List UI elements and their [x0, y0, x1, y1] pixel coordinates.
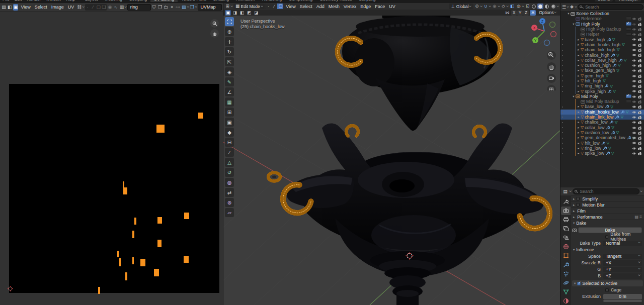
uv-island[interactable] [184, 213, 189, 219]
outliner-row-gem_high[interactable]: ▸▽gem_high▽ [560, 73, 644, 78]
face-select-icon[interactable]: ▢ [277, 4, 283, 9]
exclude-checkbox[interactable] [626, 22, 631, 27]
particles-properties-tab[interactable] [561, 269, 571, 278]
exclude-checkbox[interactable] [626, 99, 631, 104]
select-subtract-icon[interactable]: ◧ [239, 10, 245, 16]
hide-in-viewport-icon[interactable] [631, 17, 637, 21]
uv-zoom-button[interactable] [210, 19, 219, 28]
outliner-row-chain_hooks_low[interactable]: ▸▽chain_hooks_low▽ [560, 110, 644, 115]
hide-in-viewport-icon[interactable] [631, 136, 637, 140]
outliner-row-fake_gem_high[interactable]: ▸▽fake_gem_high▽ [560, 68, 644, 73]
workspace-tab-layout[interactable]: Layout [82, 0, 102, 2]
disable-in-renders-icon[interactable] [637, 151, 642, 156]
selected-to-active-header[interactable]: ▾ Selected to Active [572, 280, 643, 286]
viewport-menu-face[interactable]: Face [373, 4, 387, 10]
uv-select-vertex-icon[interactable]: · [85, 4, 91, 11]
uv-menu-uv[interactable]: UV [66, 4, 76, 10]
move-tool-button[interactable]: ✛ [225, 37, 234, 46]
display-channels-icon[interactable]: ▨ [181, 4, 187, 11]
workspace-tab-shading[interactable]: Shading [210, 0, 232, 2]
properties-options-icon[interactable]: ˅ [640, 190, 643, 193]
transform-tool-button[interactable]: ◈ [225, 67, 234, 76]
uv-island[interactable] [154, 269, 159, 276]
extrusion-slider[interactable]: 0 m [603, 294, 642, 299]
viewport-canvas[interactable] [223, 3, 560, 305]
select-box-tool-button[interactable] [225, 17, 234, 26]
proportional-editing-icon[interactable]: ◉ [492, 4, 498, 9]
workspace-tab-texture-paint[interactable]: Texture Paint [178, 0, 210, 2]
uv-menu-select[interactable]: Select [33, 4, 49, 10]
rotate-tool-button[interactable]: ↻ [225, 47, 234, 56]
select-invert-icon[interactable]: ◩ [246, 10, 252, 16]
hide-in-viewport-icon[interactable] [631, 141, 637, 145]
uv-island[interactable] [123, 187, 127, 194]
expand-toggle-icon[interactable]: ▸ [577, 63, 581, 67]
disable-in-renders-icon[interactable] [637, 94, 642, 99]
hide-in-viewport-icon[interactable] [631, 110, 637, 115]
overlays-icon[interactable]: ◎ [516, 4, 522, 9]
hide-in-viewport-icon[interactable] [631, 115, 637, 120]
spin-tool-button[interactable]: ↺ [225, 168, 234, 177]
disable-in-renders-icon[interactable] [637, 68, 642, 73]
knife-tool-button[interactable]: ∕ [225, 148, 234, 157]
uv-island[interactable] [117, 251, 119, 257]
hide-in-viewport-icon[interactable] [631, 68, 637, 73]
outliner-row-hilt_low[interactable]: ▸▽hilt_low▽ [560, 140, 644, 145]
hide-in-viewport-icon[interactable] [631, 94, 637, 99]
hide-in-viewport-icon[interactable] [631, 74, 637, 78]
uv-island[interactable] [119, 258, 121, 266]
shading-material-button[interactable] [544, 4, 550, 9]
uv-menu-image[interactable]: Image [49, 4, 66, 10]
swizzle-r-dropdown[interactable]: +X [603, 260, 642, 266]
uv-island[interactable] [156, 125, 165, 133]
max-ray-distance-slider[interactable] [603, 300, 642, 302]
outliner-row-mid-poly[interactable]: ▾Mid Poly [560, 94, 644, 99]
outliner-row-collar_new_high[interactable]: ▸▽collar_new_high▽ [560, 58, 644, 63]
expand-toggle-icon[interactable]: ▸ [577, 126, 581, 130]
image-display-toggle-icon[interactable]: ▣ [13, 4, 19, 11]
workspace-tab-geometry-nodes[interactable]: Geometry Nodes [316, 0, 355, 2]
vertex-select-icon[interactable]: · [265, 4, 271, 9]
selected-to-active-checkbox[interactable] [577, 282, 581, 285]
bake-from-multires-checkbox[interactable] [605, 235, 608, 239]
outliner-row-scene-collection[interactable]: ▾Scene Collection [560, 11, 644, 16]
hide-in-viewport-icon[interactable] [631, 22, 637, 27]
outliner-row-cushion_high[interactable]: ▸▽cushion_high▽ [560, 63, 644, 68]
scale-tool-button[interactable]: ⇱ [225, 57, 234, 66]
options-dropdown[interactable]: Options˅ [537, 10, 558, 16]
edge-slide-tool-button[interactable]: ⇄ [225, 188, 234, 197]
render-properties-tab[interactable] [561, 207, 571, 215]
outliner-row-spike_low[interactable]: ▸▽spike_low▽ [560, 151, 644, 156]
expand-toggle-icon[interactable]: ▸ [577, 120, 581, 124]
motion-blur-panel-header[interactable]: ▸Motion Blur [571, 201, 644, 208]
outliner-row-chain_link_low[interactable]: ▸▽chain_link_low▽ [560, 115, 644, 120]
image-name-field[interactable]: ring [127, 4, 151, 11]
simplify-checkbox[interactable] [576, 197, 580, 200]
open-image-folder-icon[interactable]: 🗀 [163, 4, 169, 11]
exclude-checkbox[interactable] [626, 17, 631, 21]
outliner-search-input[interactable] [578, 4, 643, 10]
outliner-row-high-poly-backup[interactable]: High Poly Backup [560, 27, 644, 32]
workspace-tab-uv-editing[interactable]: UV Editing [150, 0, 178, 2]
disable-in-renders-icon[interactable] [637, 89, 642, 93]
outliner-row-chalice_low[interactable]: ▸▽chalice_low▽ [560, 120, 644, 125]
uv-island[interactable] [157, 217, 162, 224]
world-properties-tab[interactable] [561, 243, 571, 251]
disable-in-renders-icon[interactable] [637, 84, 642, 88]
expand-toggle-icon[interactable]: ▸ [577, 146, 581, 150]
viewport-menu-view[interactable]: View [284, 4, 297, 10]
select-extend-icon[interactable]: ◨ [232, 10, 238, 16]
uv-select-edge-icon[interactable]: ∕ [90, 4, 96, 11]
measure-tool-button[interactable]: ∠ [225, 87, 234, 96]
annotate-tool-button[interactable]: ✎ [225, 77, 234, 86]
uv-canvas[interactable] [0, 12, 223, 305]
hide-in-viewport-icon[interactable] [631, 120, 637, 125]
snap-magnet-icon[interactable]: ∪ [482, 4, 489, 9]
hide-in-viewport-icon[interactable] [631, 63, 637, 68]
expand-toggle-icon[interactable]: ▸ [577, 110, 581, 114]
mirror-z-toggle[interactable]: Z [523, 10, 529, 16]
disable-in-renders-icon[interactable] [637, 63, 642, 68]
inset-faces-tool-button[interactable]: ▣ [225, 118, 234, 127]
hide-in-viewport-icon[interactable] [631, 151, 637, 156]
outliner-row-high-poly[interactable]: ▾High Poly [560, 22, 644, 27]
